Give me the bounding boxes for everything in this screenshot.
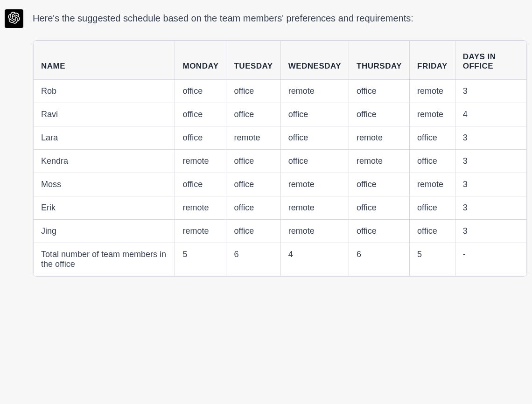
cell-monday: office — [175, 103, 226, 126]
cell-name: Ravi — [34, 103, 175, 126]
assistant-message: Here's the suggested schedule based on t… — [5, 9, 527, 277]
cell-tuesday: office — [226, 220, 280, 243]
col-thursday: THURSDAY — [349, 41, 410, 80]
table-body: Rob office office remote office remote 3… — [34, 80, 527, 276]
table-row: Rob office office remote office remote 3 — [34, 80, 527, 103]
cell-thursday: 6 — [349, 243, 410, 276]
cell-days: 3 — [455, 80, 526, 103]
cell-wednesday: 4 — [280, 243, 349, 276]
col-monday: MONDAY — [175, 41, 226, 80]
cell-days: 3 — [455, 173, 526, 196]
col-tuesday: TUESDAY — [226, 41, 280, 80]
cell-name: Lara — [34, 126, 175, 150]
table-row: Moss office office remote office remote … — [34, 173, 527, 196]
cell-monday: remote — [175, 220, 226, 243]
cell-wednesday: office — [280, 126, 349, 150]
cell-friday: remote — [410, 80, 455, 103]
assistant-avatar — [5, 9, 23, 28]
cell-monday: office — [175, 126, 226, 150]
table-header-row: NAME MONDAY TUESDAY WEDNESDAY THURSDAY F… — [34, 41, 527, 80]
cell-tuesday: office — [226, 103, 280, 126]
cell-thursday: remote — [349, 126, 410, 150]
cell-wednesday: office — [280, 103, 349, 126]
cell-name: Moss — [34, 173, 175, 196]
cell-name: Erik — [34, 196, 175, 220]
cell-monday: remote — [175, 150, 226, 173]
cell-name: Total number of team members in the offi… — [34, 243, 175, 276]
cell-thursday: remote — [349, 150, 410, 173]
cell-days: 3 — [455, 196, 526, 220]
cell-thursday: office — [349, 196, 410, 220]
cell-monday: remote — [175, 196, 226, 220]
cell-wednesday: remote — [280, 80, 349, 103]
cell-name: Kendra — [34, 150, 175, 173]
cell-friday: remote — [410, 173, 455, 196]
cell-days: 3 — [455, 126, 526, 150]
intro-text: Here's the suggested schedule based on t… — [33, 11, 527, 25]
cell-days: - — [455, 243, 526, 276]
cell-tuesday: remote — [226, 126, 280, 150]
cell-days: 3 — [455, 150, 526, 173]
cell-tuesday: 6 — [226, 243, 280, 276]
cell-thursday: office — [349, 103, 410, 126]
cell-days: 3 — [455, 220, 526, 243]
cell-friday: 5 — [410, 243, 455, 276]
cell-wednesday: remote — [280, 220, 349, 243]
message-content: Here's the suggested schedule based on t… — [33, 9, 527, 277]
cell-tuesday: office — [226, 196, 280, 220]
cell-friday: office — [410, 196, 455, 220]
cell-monday: 5 — [175, 243, 226, 276]
cell-thursday: office — [349, 173, 410, 196]
cell-wednesday: remote — [280, 196, 349, 220]
table-row-total: Total number of team members in the offi… — [34, 243, 527, 276]
table-row: Erik remote office remote office office … — [34, 196, 527, 220]
table-row: Kendra remote office office remote offic… — [34, 150, 527, 173]
col-wednesday: WEDNESDAY — [280, 41, 349, 80]
table-row: Lara office remote office remote office … — [34, 126, 527, 150]
schedule-table-wrapper: NAME MONDAY TUESDAY WEDNESDAY THURSDAY F… — [33, 40, 527, 277]
cell-friday: office — [410, 150, 455, 173]
cell-name: Jing — [34, 220, 175, 243]
cell-days: 4 — [455, 103, 526, 126]
table-header: NAME MONDAY TUESDAY WEDNESDAY THURSDAY F… — [34, 41, 527, 80]
cell-friday: office — [410, 220, 455, 243]
schedule-table: NAME MONDAY TUESDAY WEDNESDAY THURSDAY F… — [33, 41, 527, 276]
cell-thursday: office — [349, 80, 410, 103]
col-name: NAME — [34, 41, 175, 80]
cell-monday: office — [175, 173, 226, 196]
table-row: Ravi office office office office remote … — [34, 103, 527, 126]
cell-tuesday: office — [226, 173, 280, 196]
cell-friday: office — [410, 126, 455, 150]
col-days-in-office: DAYS IN OFFICE — [455, 41, 526, 80]
cell-thursday: office — [349, 220, 410, 243]
openai-logo-icon — [8, 12, 20, 26]
cell-wednesday: office — [280, 150, 349, 173]
col-friday: FRIDAY — [410, 41, 455, 80]
cell-wednesday: remote — [280, 173, 349, 196]
cell-tuesday: office — [226, 150, 280, 173]
table-row: Jing remote office remote office office … — [34, 220, 527, 243]
cell-tuesday: office — [226, 80, 280, 103]
cell-friday: remote — [410, 103, 455, 126]
cell-name: Rob — [34, 80, 175, 103]
cell-monday: office — [175, 80, 226, 103]
